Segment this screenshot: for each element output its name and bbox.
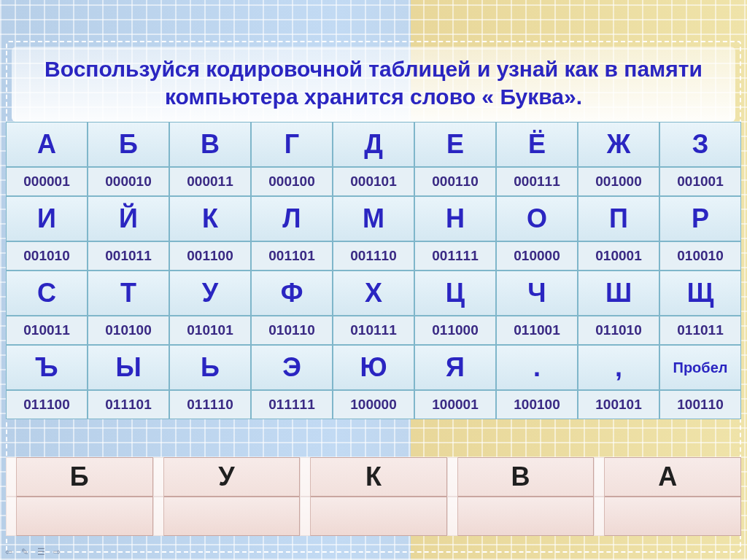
code-cell: 000110 <box>414 167 496 196</box>
code-cell: 001011 <box>88 241 169 271</box>
letter-cell: Д <box>333 122 414 167</box>
code-cell: 010101 <box>169 316 251 345</box>
code-cell: 011100 <box>6 390 88 419</box>
code-cell: 100000 <box>333 390 414 419</box>
letter-cell: Ф <box>251 271 333 316</box>
letter-cell: , <box>578 345 659 390</box>
letter-cell: Ж <box>578 122 659 167</box>
code-row: 0100110101000101010101100101110110000110… <box>6 316 741 345</box>
letter-cell: Б <box>88 122 169 167</box>
code-cell: 000111 <box>496 167 578 196</box>
letter-cell: Ё <box>496 122 578 167</box>
letter-cell: У <box>169 271 251 316</box>
letter-cell: Г <box>251 122 333 167</box>
prev-slide-button[interactable]: ⇦ <box>3 547 15 557</box>
code-cell: 000001 <box>6 167 88 196</box>
letter-cell: Ч <box>496 271 578 316</box>
code-cell: 011000 <box>414 316 496 345</box>
code-cell: 010010 <box>659 241 741 271</box>
word-letters-row: БУКВА <box>6 457 741 497</box>
word-answers-row <box>6 497 741 536</box>
word-answer-cell[interactable] <box>447 497 595 536</box>
letter-cell: С <box>6 271 88 316</box>
word-answer-cell[interactable] <box>6 497 153 536</box>
letter-cell: Ц <box>414 271 496 316</box>
letter-cell: Щ <box>659 271 741 316</box>
word-answer-cell[interactable] <box>594 497 741 536</box>
code-cell: 001000 <box>578 167 659 196</box>
code-cell: 011010 <box>578 316 659 345</box>
letter-cell: И <box>6 196 88 241</box>
letter-cell: Э <box>251 345 333 390</box>
code-cell: 000101 <box>333 167 414 196</box>
code-cell: 100110 <box>659 390 741 419</box>
code-cell: 001111 <box>414 241 496 271</box>
code-cell: 011001 <box>496 316 578 345</box>
letter-cell: Й <box>88 196 169 241</box>
code-cell: 001110 <box>333 241 414 271</box>
word-table: БУКВА <box>6 457 741 536</box>
code-cell: 010000 <box>496 241 578 271</box>
letter-cell: Н <box>414 196 496 241</box>
code-cell: 000100 <box>251 167 333 196</box>
code-cell: 011111 <box>251 390 333 419</box>
word-letter-cell: К <box>300 457 447 497</box>
code-cell: 100001 <box>414 390 496 419</box>
letter-cell: Я <box>414 345 496 390</box>
letter-cell: Л <box>251 196 333 241</box>
code-cell: 001001 <box>659 167 741 196</box>
word-letter-cell: В <box>447 457 595 497</box>
code-cell: 010111 <box>333 316 414 345</box>
letter-cell: К <box>169 196 251 241</box>
letter-cell: Е <box>414 122 496 167</box>
letter-cell: Ь <box>169 345 251 390</box>
letter-cell: Х <box>333 271 414 316</box>
code-cell: 011101 <box>88 390 169 419</box>
letter-row: АБВГДЕЁЖЗ <box>6 122 741 167</box>
code-cell: 001010 <box>6 241 88 271</box>
letter-row: ИЙКЛМНОПР <box>6 196 741 241</box>
code-cell: 001101 <box>251 241 333 271</box>
letter-cell: З <box>659 122 741 167</box>
code-row: 0010100010110011000011010011100011110100… <box>6 241 741 271</box>
code-cell: 010011 <box>6 316 88 345</box>
letter-cell: Р <box>659 196 741 241</box>
code-cell: 011110 <box>169 390 251 419</box>
code-cell: 000010 <box>88 167 169 196</box>
nav-toolbar: ⇦ ✎ ☰ ⇨ <box>3 547 63 557</box>
letter-cell: Ъ <box>6 345 88 390</box>
word-answer-cell[interactable] <box>153 497 301 536</box>
word-letter-cell: А <box>594 457 741 497</box>
code-row: 0111000111010111100111111000001000011001… <box>6 390 741 419</box>
letter-cell: А <box>6 122 88 167</box>
code-row: 0000010000100000110001000001010001100001… <box>6 167 741 196</box>
letter-cell: Ы <box>88 345 169 390</box>
code-cell: 000011 <box>169 167 251 196</box>
word-letter-cell: Б <box>6 457 153 497</box>
code-cell: 001100 <box>169 241 251 271</box>
letter-cell: Ш <box>578 271 659 316</box>
word-answer-cell[interactable] <box>300 497 447 536</box>
code-cell: 010110 <box>251 316 333 345</box>
letter-cell: Ю <box>333 345 414 390</box>
letter-cell: Пробел <box>659 345 741 390</box>
code-cell: 011011 <box>659 316 741 345</box>
pen-button[interactable]: ✎ <box>19 547 31 557</box>
code-cell: 100101 <box>578 390 659 419</box>
encoding-table: АБВГДЕЁЖЗ0000010000100000110001000001010… <box>6 122 741 419</box>
letter-cell: Т <box>88 271 169 316</box>
next-slide-button[interactable]: ⇨ <box>51 547 63 557</box>
code-cell: 010001 <box>578 241 659 271</box>
letter-cell: . <box>496 345 578 390</box>
task-title: Воспользуйся кодировочной таблицей и узн… <box>12 47 735 122</box>
letter-cell: О <box>496 196 578 241</box>
letter-row: ЪЫЬЭЮЯ.,Пробел <box>6 345 741 390</box>
letter-cell: П <box>578 196 659 241</box>
menu-button[interactable]: ☰ <box>35 547 47 557</box>
word-letter-cell: У <box>153 457 301 497</box>
code-cell: 100100 <box>496 390 578 419</box>
code-cell: 010100 <box>88 316 169 345</box>
letter-cell: М <box>333 196 414 241</box>
letter-cell: В <box>169 122 251 167</box>
letter-row: СТУФХЦЧШЩ <box>6 271 741 316</box>
